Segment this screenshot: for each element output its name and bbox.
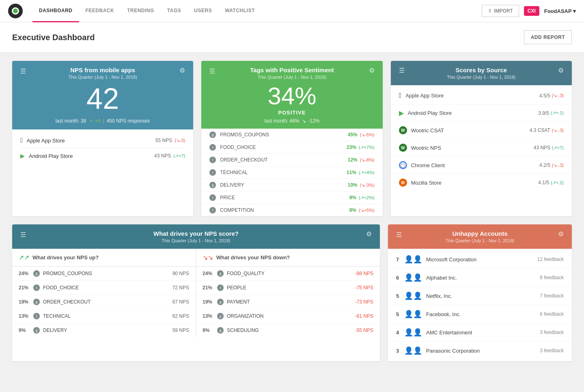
tag-name-1: FOOD_CHOICE bbox=[220, 144, 347, 150]
scores-card-title: Scores by Source bbox=[405, 67, 558, 73]
tag-change-6: (↘+5%) bbox=[359, 208, 375, 213]
driver-down-row-2: 19% g PAYMENT -73 NPS bbox=[196, 295, 380, 309]
score-row-android: ▶ Android Play Store 3.9/5 (↗+.1) bbox=[391, 105, 572, 122]
driver-down-row-1: 21% t PEOPLE -75 NPS bbox=[196, 281, 380, 295]
tag-icon-1: t bbox=[209, 144, 216, 151]
tag-pct-4: 10% bbox=[348, 182, 358, 188]
apple-change: (↘-3) bbox=[175, 138, 185, 143]
drivers-up-header: ↗↗ What drives your NPS up? bbox=[12, 249, 196, 267]
score-apple-name: Apple App Store bbox=[405, 93, 539, 99]
tag-change-1: (↗+7%) bbox=[359, 145, 375, 150]
score-mozilla-name: Mozilla Store bbox=[411, 180, 539, 186]
driver-up-row-4: 9% g DELIVERY 59 NPS bbox=[12, 323, 196, 337]
tag-icon-2: t bbox=[209, 157, 216, 163]
nps-card-title: NPS from mobile apps bbox=[26, 67, 179, 73]
import-icon: ⇧ bbox=[488, 8, 492, 14]
cxi-badge: CXI bbox=[524, 6, 539, 16]
tag-pct-2: 12% bbox=[348, 157, 358, 163]
tag-pct-1: 23% bbox=[347, 144, 356, 150]
scores-filter-icon: ☰ bbox=[399, 67, 405, 74]
tag-name-5: PRICE bbox=[220, 195, 349, 200]
tag-row-6: t COMPETITION 8% (↘+5%) bbox=[201, 204, 382, 216]
tag-icon-6: t bbox=[209, 207, 216, 213]
score-play-icon: ▶ bbox=[399, 109, 404, 117]
score-wootric-csat-icon: W bbox=[399, 126, 407, 134]
drivers-card-title: What drives your NPS score? bbox=[26, 230, 366, 237]
tag-row-3: t TECHNICAL 11% (↗+4%) bbox=[201, 166, 382, 179]
tags-gear-icon[interactable]: ⚙ bbox=[369, 67, 375, 74]
scores-list:  Apple App Store 4.5/5 (↘-.3) ▶ Android… bbox=[391, 85, 572, 193]
tag-row-4: g DELIVERY 10% (↘-3%) bbox=[201, 179, 382, 192]
drivers-up-label: What drives your NPS up? bbox=[32, 254, 99, 261]
unhappy-row-0: 7 👤👤 Microsoft Corporation 12 feedback bbox=[388, 250, 572, 269]
unhappy-card: ☰ Unhappy Accounts This Quarter (July 1 … bbox=[388, 224, 572, 361]
page-title: Executive Dashboard bbox=[12, 33, 95, 42]
drivers-card: ☰ What drives your NPS score? This Quart… bbox=[12, 224, 380, 361]
score-chrome-name: Chrome Client bbox=[411, 162, 539, 168]
tag-name-0: PROMOS_COUPONS bbox=[220, 132, 347, 138]
score-apple-icon:  bbox=[399, 91, 402, 100]
score-row-wnps: W Wootric NPS 43 NPS (↗+7) bbox=[391, 139, 572, 157]
score-row-wcsat: W Wootric CSAT 4.3 CSAT (↘-.3) bbox=[391, 122, 572, 139]
score-wcsat-val: 4.3 CSAT bbox=[530, 127, 550, 133]
tag-change-3: (↗+4%) bbox=[359, 170, 375, 175]
nav-dashboard[interactable]: DASHBOARD bbox=[32, 0, 79, 22]
nps-card-subtitle: This Quarter (July 1 - Nov 1, 2018) bbox=[26, 75, 179, 80]
nav-trending[interactable]: TRENDING bbox=[121, 0, 161, 22]
nav-watchlist[interactable]: WATCHLIST bbox=[218, 0, 261, 22]
tags-positive-label: POSITIVE bbox=[201, 110, 382, 116]
tags-filter-icon: ☰ bbox=[209, 67, 215, 75]
tag-change-4: (↘-3%) bbox=[360, 183, 375, 188]
row-1: ☰ NPS from mobile apps This Quarter (Jul… bbox=[12, 61, 572, 216]
tag-row-1: t FOOD_CHOICE 23% (↗+7%) bbox=[201, 141, 382, 154]
score-chrome-icon: ◯ bbox=[399, 161, 407, 169]
tag-icon-4: g bbox=[209, 182, 216, 188]
down-arrow-icon: ↘↘ bbox=[203, 254, 213, 261]
nav-bar: DASHBOARD FEEDBACK TRENDING TAGS USERS W… bbox=[0, 0, 584, 22]
scores-card-subtitle: This Quarter (July 1 - Nov 1, 2018) bbox=[405, 75, 558, 80]
tag-name-4: DELIVERY bbox=[220, 182, 347, 188]
score-mozilla-icon: M bbox=[399, 179, 407, 187]
score-mozilla-change: (↗+.2) bbox=[551, 180, 564, 185]
tag-change-5: (↗+2%) bbox=[359, 195, 375, 200]
scores-gear-icon[interactable]: ⚙ bbox=[558, 67, 564, 74]
score-mozilla-val: 4.1/5 bbox=[538, 180, 549, 185]
tag-pct-3: 11% bbox=[347, 170, 356, 175]
nps-sources-list:  Apple App Store 55 NPS (↘-3) ▶ Android… bbox=[12, 129, 193, 166]
logo[interactable] bbox=[8, 4, 23, 18]
import-button[interactable]: ⇧ IMPORT bbox=[482, 5, 519, 17]
play-icon: ▶ bbox=[20, 153, 25, 159]
driver-down-row-4: 9% g SCHEDULING -55 NPS bbox=[196, 323, 380, 337]
score-row-mozilla: M Mozilla Store 4.1/5 (↗+.2) bbox=[391, 174, 572, 191]
nav-tags[interactable]: TAGS bbox=[161, 0, 187, 22]
score-chrome-change: (↘-.3) bbox=[552, 163, 564, 168]
add-report-button[interactable]: ADD REPORT bbox=[524, 30, 572, 44]
unhappy-row-3: 5 👤👤 Facebook, Inc. 6 feedback bbox=[388, 305, 572, 323]
unhappy-row-1: 6 👤👤 Alphabet Inc. 8 feedback bbox=[388, 269, 572, 287]
apple-score: 55 NPS bbox=[155, 138, 172, 143]
score-apple-change: (↘-.3) bbox=[552, 93, 564, 98]
nps-gear-icon[interactable]: ⚙ bbox=[179, 67, 185, 74]
unhappy-gear-icon[interactable]: ⚙ bbox=[558, 230, 564, 238]
nav-users[interactable]: USERS bbox=[187, 0, 218, 22]
org-selector[interactable]: FoodASAP ▾ bbox=[544, 8, 576, 14]
nps-big-number: 42 bbox=[20, 83, 185, 115]
score-android-name: Android Play Store bbox=[408, 110, 539, 116]
apple-store-name: Apple App Store bbox=[27, 138, 155, 144]
drivers-up-col: ↗↗ What drives your NPS up? 24% g PROMOS… bbox=[12, 249, 196, 337]
up-arrow-icon: ↗↗ bbox=[19, 254, 29, 261]
drivers-filter-icon: ☰ bbox=[20, 231, 26, 239]
android-score: 43 NPS bbox=[154, 153, 171, 159]
drivers-gear-icon[interactable]: ⚙ bbox=[366, 230, 372, 238]
drivers-down-col: ↘↘ What drives your NPS down? 24% g FOOD… bbox=[196, 249, 380, 337]
score-wcsat-name: Wootric CSAT bbox=[411, 127, 530, 134]
tag-icon-3: t bbox=[209, 169, 216, 176]
scores-card: ☰ Scores by Source This Quarter (July 1 … bbox=[391, 61, 572, 216]
nav-feedback[interactable]: FEEDBACK bbox=[79, 0, 121, 22]
driver-down-row-3: 13% g ORGANIZATION -61 NPS bbox=[196, 309, 380, 323]
score-wnps-val: 43 NPS bbox=[534, 145, 550, 151]
unhappy-row-4: 4 👤👤 AMC Entertainment 3 feedback bbox=[388, 323, 572, 342]
score-android-val: 3.9/5 bbox=[538, 110, 549, 116]
tag-name-3: TECHNICAL bbox=[220, 170, 347, 175]
unhappy-card-subtitle: This Quarter (July 1 - Nov 1, 2018) bbox=[402, 238, 558, 243]
